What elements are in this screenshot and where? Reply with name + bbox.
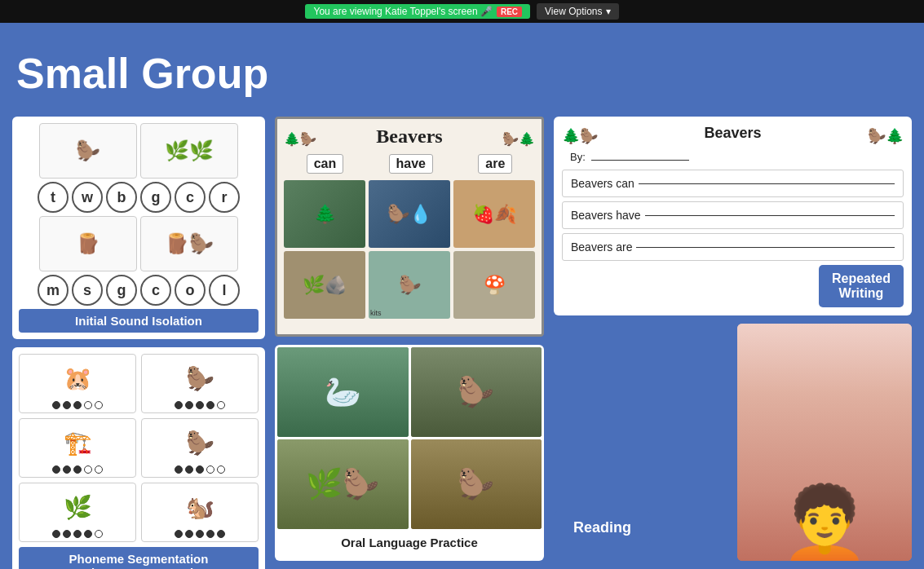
log-image: 🪵🦫: [140, 216, 238, 271]
student-photo: 🧎 😍 🧑‍🦱: [737, 324, 913, 561]
writing-byline: By:: [562, 151, 904, 163]
chart-img-food: 🌿🪨: [284, 251, 365, 319]
dot-row-1: [52, 401, 103, 409]
dot: [206, 530, 214, 538]
dot-empty: [217, 465, 225, 474]
letter-r: r: [209, 182, 240, 213]
writing-blank-have: [645, 215, 895, 216]
phoneme-label: Phoneme Segmentation Oral Language Pract…: [19, 547, 259, 569]
beaver-image: 🦫: [39, 123, 137, 179]
main-content: Small Group 🦫 🌿🌿 t w b g c r: [0, 23, 924, 569]
view-options-button[interactable]: View Options ▾: [537, 3, 618, 20]
dot-row-5: [52, 530, 103, 538]
phoneme-img-6: 🐿️: [175, 487, 224, 527]
student-sitting: 🧑‍🦱: [779, 487, 870, 561]
reading-badge-area: Reading: [554, 324, 729, 561]
dot: [63, 465, 71, 474]
screen-notice-text: You are viewing Katie Toppel's screen 🎤: [313, 6, 492, 17]
dot: [196, 401, 204, 409]
writing-deco-right: 🦫🌲: [868, 127, 904, 145]
screen-sharing-notice: You are viewing Katie Toppel's screen 🎤 …: [305, 4, 530, 19]
dot: [84, 530, 92, 538]
dot-row-2: [175, 401, 225, 409]
oral-photo-1: 🦢: [277, 347, 409, 437]
reading-badge: Reading: [554, 511, 651, 545]
phoneme-img-3: 🏗️: [53, 422, 102, 463]
phoneme-img-1: 🐹: [53, 358, 102, 399]
letter-m: m: [38, 275, 69, 306]
writing-deco-left: 🌲🦫: [562, 127, 598, 145]
dot: [52, 401, 60, 409]
kits-label: kits: [370, 309, 382, 317]
letter-row-2: m s g c o l: [19, 275, 259, 306]
dot: [73, 530, 82, 538]
chart-deco-left: 🌲🦫: [284, 131, 316, 147]
reeds-image: 🌿🌿: [140, 123, 238, 179]
topbar: You are viewing Katie Toppel's screen 🎤 …: [0, 0, 924, 23]
oral-photo-2: 🦫: [411, 347, 542, 437]
dot-empty: [95, 530, 103, 538]
dot: [63, 401, 71, 409]
letter-g2: g: [106, 275, 137, 306]
phoneme-card-2: 🦫: [141, 354, 259, 413]
right-panel: 🌲🦫 Beavers 🦫🌲 By: Beavers can Beavers ha…: [554, 117, 912, 561]
oral-language-photo-box: 🦢 🦫 🌿🦫 🦫: [275, 345, 544, 561]
title-bar: Small Group: [0, 23, 924, 117]
phoneme-img-4: 🦫: [175, 422, 224, 463]
letter-c: c: [175, 182, 206, 213]
chart-img-berries: 🍓🍂: [453, 180, 535, 248]
oral-language-label: Oral Language Practice: [275, 532, 544, 554]
dot: [196, 530, 204, 538]
phoneme-card-5: 🌿: [19, 483, 136, 542]
chart-word-have: have: [389, 154, 433, 174]
chart-words-row: can have are: [284, 154, 535, 174]
sound-images-row: 🦫 🌿🌿: [19, 123, 259, 179]
dot-empty: [84, 401, 92, 409]
letter-w: w: [72, 182, 103, 213]
chart-word-are: are: [478, 154, 512, 174]
dot: [73, 465, 82, 474]
dot: [185, 530, 193, 538]
dot-row-3: [52, 465, 103, 474]
dot-row-6: [175, 530, 225, 538]
phoneme-grid: 🐹 🦫: [19, 354, 259, 542]
chart-deco-right: 🦫🌲: [502, 131, 535, 147]
oral-photos-grid: 🦢 🦫 🌿🦫 🦫: [275, 345, 544, 532]
byline-line: [591, 160, 689, 161]
sound-images-row-2: 🪵 🪵🦫: [19, 216, 259, 271]
writing-line-have: Beavers have: [562, 201, 904, 229]
dot: [52, 465, 60, 474]
page-title: Small Group: [16, 49, 268, 98]
initial-sound-label: Initial Sound Isolation: [19, 309, 259, 333]
dot: [217, 530, 225, 538]
dot: [175, 530, 183, 538]
dot-empty: [217, 401, 225, 409]
chart-img-mushroom: 🍄: [453, 251, 535, 319]
dot-empty: [84, 465, 92, 474]
writing-line-can: Beavers can: [562, 170, 904, 197]
beaver-photo-bg-3: 🌿🦫: [277, 439, 409, 529]
dot: [185, 401, 193, 409]
dot: [175, 465, 183, 474]
phoneme-box: 🐹 🦫: [12, 347, 265, 569]
chart-img-beaver: 🦫 kits: [369, 251, 450, 319]
chart-images-grid: 🌲 🦫💧 🍓🍂 🌿🪨 🦫 kits 🍄: [284, 180, 535, 319]
letter-g: g: [140, 182, 171, 213]
letter-c2: c: [140, 275, 171, 306]
dot: [52, 530, 60, 538]
dot: [185, 465, 193, 474]
chart-title: Beavers: [316, 126, 502, 148]
dot: [175, 401, 183, 409]
phoneme-img-5: 🌿: [53, 487, 102, 527]
student-area: Reading 🧎 😍 🧑‍🦱: [554, 324, 912, 561]
chart-img-water: 🦫💧: [369, 180, 450, 248]
writing-footer: Repeated Writing: [562, 265, 904, 307]
writing-blank-are: [636, 247, 895, 248]
middle-panel: 🌲🦫 Beavers 🦫🌲 can have are 🌲 🦫💧 🍓🍂 🌿🪨 🦫: [275, 117, 544, 561]
phoneme-card-4: 🦫: [141, 418, 259, 478]
beaver-photo-bg-4: 🦫: [411, 439, 542, 529]
beaver-photo-bg-2: 🦫: [411, 347, 542, 437]
letter-t: t: [38, 182, 69, 213]
writing-blank-can: [639, 183, 895, 184]
writing-deco-row: 🌲🦫 Beavers 🦫🌲: [562, 125, 904, 147]
